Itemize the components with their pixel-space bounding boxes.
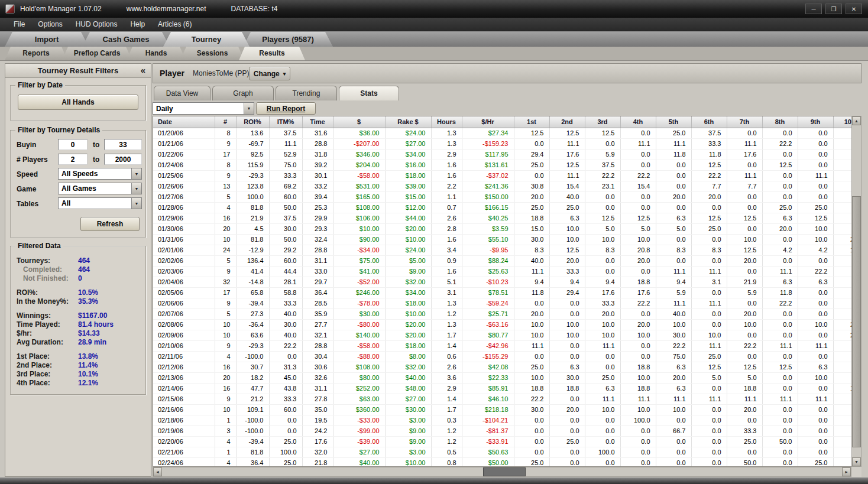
minimize-button[interactable]: ─ — [805, 4, 822, 14]
tab-cash-games[interactable]: Cash Games — [82, 32, 170, 47]
vertical-scroll-thumb[interactable] — [852, 196, 861, 447]
col-header-9th[interactable]: 9th — [798, 116, 833, 128]
viewtab-trending[interactable]: Trending — [276, 86, 337, 100]
col-header-5th[interactable]: 5th — [656, 116, 691, 128]
col-header-6th[interactable]: 6th — [691, 116, 727, 128]
col-header-8th[interactable]: 8th — [762, 116, 798, 128]
table-row[interactable]: 02/13/062018.245.032.6$80.00$40.003.6$22… — [153, 372, 851, 383]
subtab-results[interactable]: Results — [239, 47, 305, 60]
col-header-4th[interactable]: 4th — [620, 116, 656, 128]
table-row[interactable]: 01/22/061792.552.931.8$346.00$34.002.9$1… — [153, 149, 851, 160]
table-row[interactable]: 01/28/06481.850.025.3$108.00$12.000.7$16… — [153, 202, 851, 213]
players-from-input[interactable] — [58, 154, 88, 165]
buyin-to-input[interactable] — [104, 139, 142, 150]
chevron-down-icon[interactable]: ▼ — [131, 168, 141, 179]
table-row[interactable]: 02/24/06436.425.021.8$40.00$10.000.8$50.… — [153, 457, 851, 467]
tables-select[interactable]: All ▼ — [58, 197, 142, 209]
vertical-scrollbar[interactable]: ▲ ▼ — [851, 116, 861, 467]
table-row[interactable]: 02/07/06527.340.035.9$30.00$10.001.2$25.… — [153, 308, 851, 319]
table-row[interactable]: 01/31/061081.850.032.4$90.00$10.001.6$55… — [153, 234, 851, 245]
col-header-hr[interactable]: $/Hr — [462, 116, 514, 128]
menu-item-articles-6[interactable]: Articles (6) — [151, 18, 198, 31]
collapse-panel-icon[interactable]: « — [141, 65, 145, 75]
table-row[interactable]: 01/25/069-29.333.330.1-$58.00$18.001.6-$… — [153, 170, 851, 181]
report-period-select[interactable]: Daily ▼ — [153, 102, 254, 115]
chevron-down-icon[interactable]: ▼ — [244, 103, 254, 114]
table-row[interactable]: 02/16/0610109.160.035.0$360.00$30.001.7$… — [153, 404, 851, 415]
table-row[interactable]: 01/29/061621.937.529.9$106.00$44.002.6$4… — [153, 213, 851, 223]
menu-item-help[interactable]: Help — [124, 18, 151, 31]
subtab-hands[interactable]: Hands — [127, 47, 186, 60]
buyin-from-input[interactable] — [58, 139, 88, 150]
col-header-hours[interactable]: Hours — [431, 116, 462, 128]
table-row[interactable]: 02/02/065136.460.031.1$75.00$5.000.9$88.… — [153, 255, 851, 266]
subtab-reports[interactable]: Reports — [5, 47, 67, 60]
col-header-7th[interactable]: 7th — [727, 116, 762, 128]
horizontal-scrollbar[interactable]: ◄ ► — [153, 467, 851, 477]
change-player-button[interactable]: Change ▾ — [249, 67, 290, 80]
col-header-3rd[interactable]: 3rd — [585, 116, 620, 128]
maximize-button[interactable]: ❐ — [825, 4, 842, 14]
scroll-up-icon[interactable]: ▲ — [852, 116, 861, 125]
table-row[interactable]: 02/03/06941.444.433.0$41.00$9.001.6$25.6… — [153, 266, 851, 277]
table-row[interactable]: 02/21/06181.8100.032.0$27.00$3.000.5$50.… — [153, 447, 851, 457]
table-row[interactable]: 02/05/061765.858.836.4$246.00$34.003.1$7… — [153, 287, 851, 298]
menu-item-file[interactable]: File — [7, 18, 31, 31]
game-select[interactable]: All Games ▼ — [58, 183, 142, 194]
table-row[interactable]: 01/30/06204.530.029.3$10.00$20.002.8$3.5… — [153, 223, 851, 234]
stat-label: Avg Duration: — [17, 338, 78, 346]
tab-players-9587[interactable]: Players (9587) — [243, 32, 333, 47]
col-header-2nd[interactable]: 2nd — [549, 116, 585, 128]
col-header-time[interactable]: Time — [302, 116, 333, 128]
tab-import[interactable]: Import — [5, 32, 89, 47]
table-row[interactable]: 02/08/0610-36.430.027.7-$80.00$20.001.3-… — [153, 319, 851, 330]
chevron-down-icon[interactable]: ▼ — [131, 198, 141, 209]
table-row[interactable]: 02/14/061647.743.831.1$252.00$48.002.9$8… — [153, 383, 851, 394]
table-row[interactable]: 02/10/069-29.322.228.8-$58.00$18.001.4-$… — [153, 340, 851, 351]
chevron-down-icon[interactable]: ▼ — [131, 183, 141, 194]
scroll-left-icon[interactable]: ◄ — [153, 467, 162, 476]
run-report-button[interactable]: Run Report — [256, 102, 316, 115]
table-row[interactable]: 02/12/061630.731.330.6$108.00$32.002.6$4… — [153, 362, 851, 372]
table-row[interactable]: 01/27/065100.060.039.4$165.00$15.001.1$1… — [153, 191, 851, 202]
horizontal-scroll-thumb[interactable] — [483, 467, 526, 476]
table-row[interactable]: 02/20/064-39.425.017.6-$39.00$9.001.2-$3… — [153, 436, 851, 447]
tab-tourney[interactable]: Tourney — [163, 32, 250, 47]
subtab-preflop-cards[interactable]: Preflop Cards — [62, 47, 132, 60]
table-row[interactable]: 02/04/0632-14.828.129.7-$52.00$32.005.1-… — [153, 277, 851, 287]
scroll-right-icon[interactable]: ► — [842, 467, 851, 476]
table-row[interactable]: 02/06/069-39.433.328.5-$78.00$18.001.3-$… — [153, 298, 851, 308]
col-header-10th[interactable]: 10th — [833, 116, 851, 128]
scroll-down-icon[interactable]: ▼ — [852, 457, 861, 466]
table-row[interactable]: 02/11/064-100.00.030.4-$88.00$8.000.6-$1… — [153, 351, 851, 362]
menu-item-hud-options[interactable]: HUD Options — [69, 18, 124, 31]
menu-item-options[interactable]: Options — [31, 18, 69, 31]
table-row[interactable]: 02/15/06921.233.327.8$63.00$27.001.4$46.… — [153, 394, 851, 404]
table-row[interactable]: 01/21/069-69.711.128.8-$207.00$27.001.3-… — [153, 138, 851, 149]
table-row[interactable]: 02/19/063-100.00.024.2-$99.00$9.001.2-$8… — [153, 425, 851, 436]
table-row[interactable]: 01/26/0613123.869.233.2$531.00$39.002.2$… — [153, 181, 851, 191]
viewtab-stats[interactable]: Stats — [339, 86, 399, 100]
refresh-button[interactable]: Refresh — [80, 217, 140, 231]
col-header-rake[interactable]: Rake $ — [385, 116, 431, 128]
table-row[interactable]: 02/09/061063.640.032.1$140.00$20.001.7$8… — [153, 330, 851, 340]
col-header-col1[interactable]: # — [215, 116, 236, 128]
viewtab-graph[interactable]: Graph — [212, 86, 274, 100]
table-row[interactable]: 01/24/068115.975.039.2$204.00$16.001.6$1… — [153, 160, 851, 170]
all-hands-button[interactable]: All Hands — [18, 95, 138, 110]
speed-select[interactable]: All Speeds ▼ — [58, 168, 142, 180]
col-header-col5[interactable]: $ — [333, 116, 385, 128]
table-row[interactable]: 01/20/06813.637.531.6$36.00$24.001.3$27.… — [153, 128, 851, 138]
subtab-sessions[interactable]: Sessions — [180, 47, 244, 60]
viewtab-data-view[interactable]: Data View — [154, 86, 210, 100]
col-header-date[interactable]: Date — [153, 116, 215, 128]
table-row[interactable]: 02/18/061-100.00.019.5-$33.00$3.000.3-$1… — [153, 415, 851, 425]
cell: 24.2 — [302, 425, 333, 436]
close-button[interactable]: ✕ — [846, 4, 862, 14]
players-to-input[interactable] — [104, 154, 142, 165]
col-header-1st[interactable]: 1st — [514, 116, 549, 128]
cell: 0.0 — [762, 415, 798, 425]
col-header-itm[interactable]: ITM% — [269, 116, 302, 128]
table-row[interactable]: 02/01/0624-12.929.228.8-$34.00$24.003.4-… — [153, 245, 851, 255]
col-header-roi[interactable]: ROI% — [236, 116, 269, 128]
